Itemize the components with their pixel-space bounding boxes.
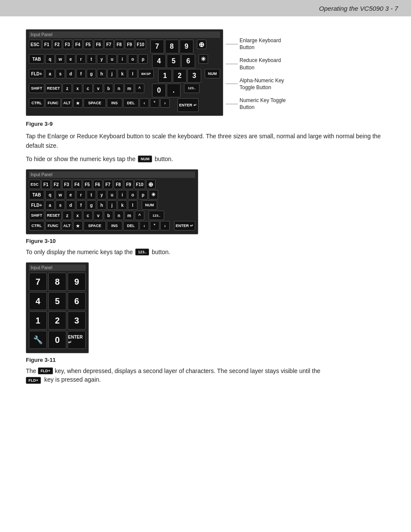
k2-f1[interactable]: F1 (41, 180, 51, 189)
key-num7[interactable]: 7 (150, 40, 164, 53)
k2-s[interactable]: s (56, 200, 65, 210)
np-5[interactable]: 5 (48, 292, 66, 310)
k2-v[interactable]: v (93, 211, 103, 220)
key-shift[interactable]: SHIFT (29, 84, 44, 93)
k2-enter[interactable]: ENTER ↵ (174, 221, 195, 230)
k2-caret[interactable]: ^ (135, 211, 144, 220)
key-b[interactable]: b (104, 84, 113, 93)
k2-o[interactable]: o (128, 190, 137, 199)
key-fld[interactable]: FLD+ (29, 69, 44, 78)
k2-q[interactable]: q (45, 190, 55, 199)
key-z[interactable]: z (62, 84, 72, 93)
k2-space[interactable]: SPACE (84, 221, 106, 230)
k2-f10[interactable]: F10 (134, 180, 145, 189)
k2-m[interactable]: m (125, 211, 134, 220)
np-7[interactable]: 7 (29, 273, 47, 291)
key-f3[interactable]: F3 (63, 40, 72, 49)
key-dot[interactable]: . (167, 84, 181, 97)
key-f4[interactable]: F4 (73, 40, 83, 49)
k2-w[interactable]: w (56, 190, 65, 199)
k2-left[interactable]: ‹ (140, 221, 149, 230)
k2-f[interactable]: f (76, 200, 86, 210)
key-func[interactable]: FUNC (45, 98, 61, 108)
key-left[interactable]: ‹ (140, 98, 149, 108)
key-p[interactable]: p (138, 54, 148, 64)
key-f2[interactable]: F2 (53, 40, 62, 49)
k2-reduce[interactable]: ✳ (149, 190, 158, 199)
k2-y[interactable]: y (97, 190, 106, 199)
key-c[interactable]: c (83, 84, 93, 93)
key-num6[interactable]: 6 (181, 54, 195, 68)
k2-f5[interactable]: F5 (83, 180, 92, 189)
key-o[interactable]: o (128, 54, 137, 64)
key-tab[interactable]: TAB (29, 54, 44, 64)
key-k[interactable]: k (118, 69, 127, 78)
key-e[interactable]: e (66, 54, 75, 64)
key-ctrl[interactable]: CTRL (29, 98, 44, 108)
key-l[interactable]: l (128, 69, 137, 78)
key-t[interactable]: t (87, 54, 96, 64)
key-q[interactable]: q (45, 54, 55, 64)
key-s[interactable]: s (56, 69, 65, 78)
key-num9[interactable]: 9 (180, 40, 193, 53)
key-num5[interactable]: 5 (167, 54, 181, 68)
k2-f2[interactable]: F2 (52, 180, 61, 189)
k2-a[interactable]: a (45, 200, 55, 210)
key-num0[interactable]: 0 (152, 84, 166, 97)
k2-e[interactable]: e (66, 190, 75, 199)
k2-h[interactable]: h (97, 200, 106, 210)
key-n[interactable]: n (114, 84, 124, 93)
key-enlarge[interactable]: ⊕ (197, 40, 206, 49)
k2-d[interactable]: d (66, 200, 75, 210)
k2-b[interactable]: b (104, 211, 113, 220)
key-del[interactable]: DEL (123, 98, 139, 108)
key-v[interactable]: v (93, 84, 103, 93)
np-8[interactable]: 8 (48, 273, 66, 291)
key-h[interactable]: h (97, 69, 106, 78)
np-0[interactable]: 0 (48, 331, 66, 349)
key-u[interactable]: u (107, 54, 117, 64)
key-enter-numpad[interactable]: ENTER ↵ (177, 98, 199, 112)
key-ins[interactable]: INS (107, 98, 122, 108)
key-reset[interactable]: RESET (45, 84, 62, 93)
np-4[interactable]: 4 (29, 292, 47, 310)
k2-f4[interactable]: F4 (72, 180, 82, 189)
k2-fld[interactable]: FLD+ (29, 200, 44, 210)
np-wrench[interactable]: 🔧 (29, 331, 47, 349)
key-reduce[interactable]: ✳ (199, 54, 208, 64)
k2-tab[interactable]: TAB (29, 190, 44, 199)
k2-i[interactable]: i (118, 190, 127, 199)
k2-shift[interactable]: SHIFT (29, 211, 44, 220)
key-f6[interactable]: F6 (94, 40, 103, 49)
np-2[interactable]: 2 (48, 311, 66, 330)
key-r[interactable]: r (76, 54, 86, 64)
k2-z[interactable]: z (62, 211, 72, 220)
key-j[interactable]: j (107, 69, 117, 78)
key-g[interactable]: g (87, 69, 96, 78)
k2-esc[interactable]: ESC (29, 180, 40, 189)
np-3[interactable]: 3 (68, 311, 86, 330)
np-1[interactable]: 1 (29, 311, 47, 330)
key-f1[interactable]: F1 (42, 40, 52, 49)
key-y[interactable]: y (97, 54, 106, 64)
key-f[interactable]: f (76, 69, 86, 78)
key-num1[interactable]: 1 (158, 69, 172, 83)
key-f10[interactable]: F10 (135, 40, 146, 49)
key-num-toggle[interactable]: NUM (205, 69, 220, 78)
key-f8[interactable]: F8 (115, 40, 124, 49)
k2-c[interactable]: c (83, 211, 93, 220)
k2-g[interactable]: g (87, 200, 96, 210)
key-star[interactable]: ★ (73, 98, 83, 108)
key-alt[interactable]: ALT (62, 98, 72, 108)
k2-f6[interactable]: F6 (93, 180, 103, 189)
key-bksp[interactable]: BKSP (138, 69, 154, 78)
key-123-toggle[interactable]: 123.. (184, 84, 199, 93)
key-f9[interactable]: F9 (125, 40, 134, 49)
k2-123[interactable]: 123.. (149, 211, 164, 220)
np-9[interactable]: 9 (68, 273, 86, 291)
k2-star[interactable]: ★ (73, 221, 83, 230)
k2-k[interactable]: k (118, 200, 127, 210)
k2-del[interactable]: DEL (123, 221, 139, 230)
key-num2[interactable]: 2 (173, 69, 187, 83)
k2-u[interactable]: u (107, 190, 117, 199)
